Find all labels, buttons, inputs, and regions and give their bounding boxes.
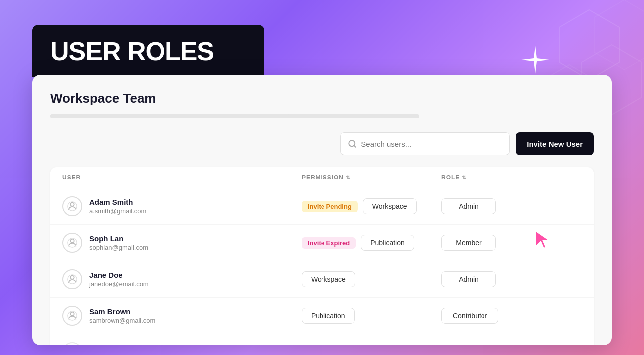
table-row: Jane Doe janedoe@email.com Workspace Adm…: [50, 261, 594, 298]
permission-pill[interactable]: Workspace: [363, 198, 417, 214]
main-card: Workspace Team Invite New User: [32, 75, 612, 345]
role-pill[interactable]: Contributor: [441, 308, 498, 324]
permission-pill[interactable]: Workspace: [302, 271, 355, 287]
status-badge: Invite Pending: [302, 201, 358, 212]
user-info: Sam Brown sambrown@gmail.com: [89, 307, 155, 324]
avatar: [62, 233, 82, 253]
column-header-permission: PERMISSION ⇅: [302, 174, 441, 181]
user-cell: Soph Lan sophlan@gmail.com: [62, 233, 302, 253]
user-info: Soph Lan sophlan@gmail.com: [89, 234, 148, 251]
progress-bar-fill: [50, 114, 290, 118]
role-pill[interactable]: Admin: [441, 198, 496, 214]
avatar: [62, 306, 82, 326]
permission-cell: Invite Pending Workspace: [302, 198, 441, 214]
permission-sort-icon[interactable]: ⇅: [346, 175, 351, 181]
svg-point-13: [70, 312, 74, 316]
avatar: [62, 196, 82, 216]
search-wrapper: [340, 132, 510, 155]
page-title: USER ROLES: [50, 36, 214, 66]
user-cell: Jane Doe janedoe@email.com: [62, 269, 302, 289]
user-info: Jane Doe janedoe@email.com: [89, 271, 149, 288]
role-cell: Admin: [441, 198, 582, 214]
svg-marker-0: [559, 10, 619, 80]
column-header-role: ROLE ⇅: [441, 174, 582, 181]
table-row: Sam Brown sambrown@gmail.com Publication…: [50, 298, 594, 334]
star-decoration: [520, 45, 550, 75]
svg-point-11: [70, 276, 74, 279]
permission-pill[interactable]: Publication: [361, 235, 414, 251]
role-cell: Admin: [441, 271, 582, 287]
svg-marker-4: [521, 46, 549, 74]
avatar: [62, 342, 82, 345]
svg-line-6: [354, 145, 356, 147]
avatar: [62, 269, 82, 289]
user-info: Adam Smith a.smith@gmail.com: [89, 198, 146, 215]
table-row: Soph Lan sophlan@gmail.com Invite Expire…: [50, 225, 594, 261]
role-pill[interactable]: Member: [441, 235, 496, 251]
table-row: Adam Smith a.smith@gmail.com Invite Pend…: [50, 188, 594, 225]
invite-new-user-button[interactable]: Invite New User: [516, 132, 594, 155]
header-banner: USER ROLES: [32, 25, 264, 77]
search-input[interactable]: [361, 140, 502, 148]
table-row: Jack Lee: [50, 334, 594, 345]
permission-cell: Publication: [302, 308, 441, 324]
status-badge: Invite Expired: [302, 237, 356, 249]
toolbar: Invite New User: [50, 132, 594, 155]
table-header: USER PERMISSION ⇅ ROLE ⇅: [50, 167, 594, 188]
permission-cell: Invite Expired Publication: [302, 235, 441, 251]
user-cell: Sam Brown sambrown@gmail.com: [62, 306, 302, 326]
user-cell: Jack Lee: [62, 342, 302, 345]
role-cell: Member: [441, 235, 582, 251]
role-sort-icon[interactable]: ⇅: [462, 175, 467, 181]
column-header-user: USER: [62, 174, 302, 181]
progress-bar: [50, 114, 419, 118]
role-pill[interactable]: Admin: [441, 271, 496, 287]
role-cell: Contributor: [441, 308, 582, 324]
user-cell: Adam Smith a.smith@gmail.com: [62, 196, 302, 216]
svg-point-9: [70, 239, 74, 243]
users-table: USER PERMISSION ⇅ ROLE ⇅: [50, 167, 594, 345]
permission-cell: Workspace: [302, 271, 441, 287]
svg-marker-3: [594, 0, 644, 70]
workspace-team-title: Workspace Team: [50, 91, 594, 106]
permission-pill[interactable]: Publication: [302, 308, 355, 324]
search-icon: [348, 139, 357, 148]
svg-point-7: [70, 203, 74, 206]
